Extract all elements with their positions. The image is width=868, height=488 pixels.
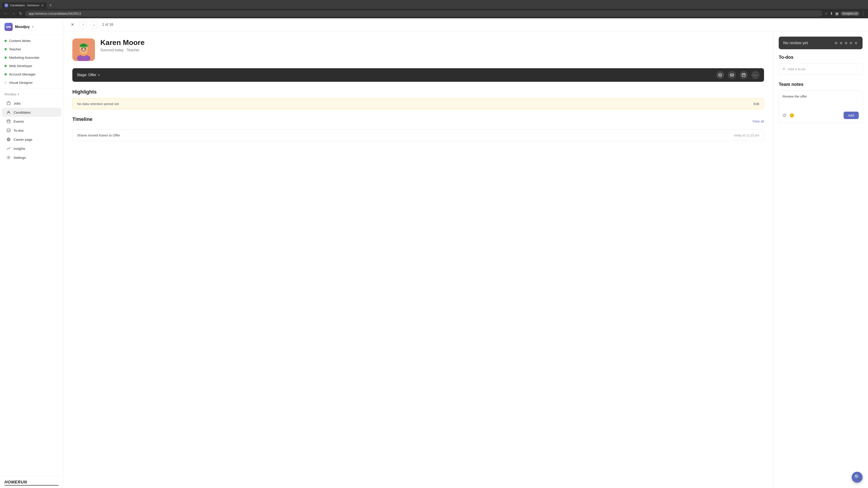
candidate-info: Karen Moore Sourced today · Teacher bbox=[100, 38, 764, 52]
tab-bar: H Candidates · Homerun ✕ + bbox=[0, 0, 868, 9]
sidebar-item-account-manager[interactable]: Account Manager bbox=[0, 70, 63, 78]
candidate-profile: Karen Moore Sourced today · Teacher bbox=[72, 38, 764, 61]
job-status-dot bbox=[4, 40, 7, 42]
forward-button[interactable]: → bbox=[10, 10, 16, 17]
job-name: Visual Designer bbox=[9, 80, 33, 85]
more-actions-button[interactable]: ··· bbox=[751, 71, 760, 79]
notes-content[interactable]: Review the offer bbox=[782, 94, 859, 108]
svg-rect-17 bbox=[730, 74, 734, 76]
content-area: Karen Moore Sourced today · Teacher Stag… bbox=[63, 31, 868, 488]
homerun-logo-underline bbox=[4, 485, 59, 486]
email-button[interactable] bbox=[728, 71, 736, 79]
stage-bar: Stage: Offer ▾ bbox=[72, 68, 764, 82]
svg-point-5 bbox=[8, 157, 9, 158]
job-name: Teacher bbox=[9, 47, 21, 51]
stage-label: Stage: Offer bbox=[77, 73, 96, 77]
star-5[interactable]: ★ bbox=[854, 40, 858, 46]
sidebar-item-content-writer[interactable]: Content Writer bbox=[0, 37, 63, 45]
star-3[interactable]: ★ bbox=[844, 40, 848, 46]
close-button[interactable]: ✕ bbox=[69, 21, 76, 28]
notes-icons: @ 🙂 bbox=[782, 113, 794, 118]
menu-icon[interactable]: ⋮ bbox=[861, 11, 865, 16]
star-1[interactable]: ★ bbox=[834, 40, 838, 46]
browser-nav-bar: ← → ↻ ☆ ⬇ ▣ Incognito (2) ⋮ bbox=[0, 9, 868, 18]
job-status-dot bbox=[4, 82, 7, 84]
chat-support-button[interactable]: 🔍 bbox=[852, 472, 863, 483]
timeline-title: Timeline bbox=[72, 116, 92, 122]
sidebar-item-web-developer[interactable]: Web Developer bbox=[0, 62, 63, 70]
add-note-button[interactable]: Add bbox=[844, 111, 859, 119]
reload-button[interactable]: ↻ bbox=[18, 10, 23, 17]
candidate-counter: 1 of 16 bbox=[102, 23, 113, 27]
split-view-icon[interactable]: ▣ bbox=[835, 11, 839, 16]
chat-icon: 🔍 bbox=[854, 474, 860, 480]
sidebar-item-marketing-associate[interactable]: Marketing Associate bbox=[0, 53, 63, 62]
add-todo-button[interactable]: + Add a to-do bbox=[779, 64, 863, 74]
sidebar: MM Moodjoy ▾ Content Writer Teacher Mark… bbox=[0, 18, 63, 488]
timeline-event-text: Shane moved Karen to Offer bbox=[77, 133, 120, 137]
team-notes-section: Team notes Review the offer @ 🙂 Add bbox=[779, 82, 863, 123]
main-content: ✕ ↑ ↓ 1 of 16 bbox=[63, 18, 868, 488]
highlight-edit-button[interactable]: Edit bbox=[753, 102, 759, 106]
active-tab[interactable]: H Candidates · Homerun ✕ bbox=[2, 2, 46, 8]
svg-point-10 bbox=[81, 48, 83, 50]
svg-rect-18 bbox=[742, 74, 745, 76]
sidebar-item-visual-designer[interactable]: Visual Designer bbox=[0, 78, 63, 87]
team-notes-title: Team notes bbox=[779, 82, 863, 87]
view-all-button[interactable]: View all bbox=[752, 119, 764, 123]
job-name: Content Writer bbox=[9, 39, 31, 43]
highlights-section: Highlights No data retention period set … bbox=[72, 89, 764, 109]
timeline-section: Timeline View all Shane moved Karen to O… bbox=[72, 116, 764, 141]
sidebar-item-career-page[interactable]: Career page bbox=[2, 135, 61, 144]
star-4[interactable]: ★ bbox=[849, 40, 853, 46]
sidebar-item-todos[interactable]: To-dos bbox=[2, 126, 61, 135]
download-icon[interactable]: ⬇ bbox=[830, 11, 833, 16]
new-tab-button[interactable]: + bbox=[48, 2, 54, 9]
top-nav: ✕ ↑ ↓ 1 of 16 bbox=[63, 18, 868, 31]
next-candidate-button[interactable]: ↓ bbox=[90, 21, 98, 28]
mention-icon[interactable]: @ bbox=[782, 113, 786, 118]
browser-chrome: H Candidates · Homerun ✕ + ← → ↻ ☆ ⬇ ▣ I… bbox=[0, 0, 868, 18]
sidebar-item-settings[interactable]: Settings bbox=[2, 153, 61, 162]
sidebar-item-jobs[interactable]: Jobs bbox=[2, 99, 61, 108]
app-container: MM Moodjoy ▾ Content Writer Teacher Mark… bbox=[0, 18, 868, 488]
stage-actions: ··· bbox=[716, 71, 760, 79]
todos-section: To-dos + Add a to-do bbox=[779, 55, 863, 74]
sidebar-brand[interactable]: MM Moodjoy ▾ bbox=[4, 23, 59, 31]
sidebar-section-moodjoy[interactable]: Moodjoy ▾ bbox=[0, 91, 63, 98]
candidates-icon bbox=[6, 110, 11, 115]
career-page-icon bbox=[6, 137, 11, 142]
candidate-name: Karen Moore bbox=[100, 38, 764, 47]
sidebar-item-candidates[interactable]: Candidates bbox=[2, 108, 61, 117]
sidebar-divider bbox=[0, 89, 63, 89]
emoji-icon[interactable]: 🙂 bbox=[789, 113, 794, 118]
sidebar-item-label: Jobs bbox=[13, 101, 21, 105]
disqualify-button[interactable] bbox=[716, 71, 724, 79]
address-bar[interactable] bbox=[25, 10, 823, 17]
job-name: Web Developer bbox=[9, 64, 32, 68]
homerun-logo: HOMERUN bbox=[4, 480, 59, 486]
tab-close-button[interactable]: ✕ bbox=[41, 4, 44, 7]
svg-rect-3 bbox=[7, 129, 10, 132]
sidebar-jobs-list: Content Writer Teacher Marketing Associa… bbox=[0, 35, 63, 476]
sidebar-item-insights[interactable]: Insights bbox=[2, 144, 61, 153]
candidate-subtitle: Sourced today · Teacher bbox=[100, 48, 764, 52]
star-2[interactable]: ★ bbox=[839, 40, 843, 46]
sidebar-item-teacher[interactable]: Teacher bbox=[0, 45, 63, 53]
svg-rect-2 bbox=[7, 120, 10, 123]
sidebar-item-label: Insights bbox=[13, 147, 25, 151]
stage-select[interactable]: Stage: Offer ▾ bbox=[77, 73, 712, 77]
incognito-badge: Incognito (2) bbox=[841, 11, 860, 15]
schedule-button[interactable] bbox=[740, 71, 748, 79]
job-status-dot bbox=[4, 65, 7, 67]
bookmark-icon[interactable]: ☆ bbox=[825, 11, 828, 16]
prev-candidate-button[interactable]: ↑ bbox=[80, 21, 87, 28]
homerun-logo-text: HOMERUN bbox=[4, 480, 59, 485]
highlight-banner: No data retention period set Edit bbox=[72, 98, 764, 109]
sidebar-item-label: Events bbox=[13, 120, 24, 123]
back-button[interactable]: ← bbox=[3, 10, 8, 17]
tab-favicon: H bbox=[4, 4, 8, 7]
timeline-item: Shane moved Karen to Offer today at 11:2… bbox=[72, 129, 764, 141]
candidate-main-panel: Karen Moore Sourced today · Teacher Stag… bbox=[63, 31, 773, 488]
sidebar-item-events[interactable]: Events bbox=[2, 117, 61, 126]
